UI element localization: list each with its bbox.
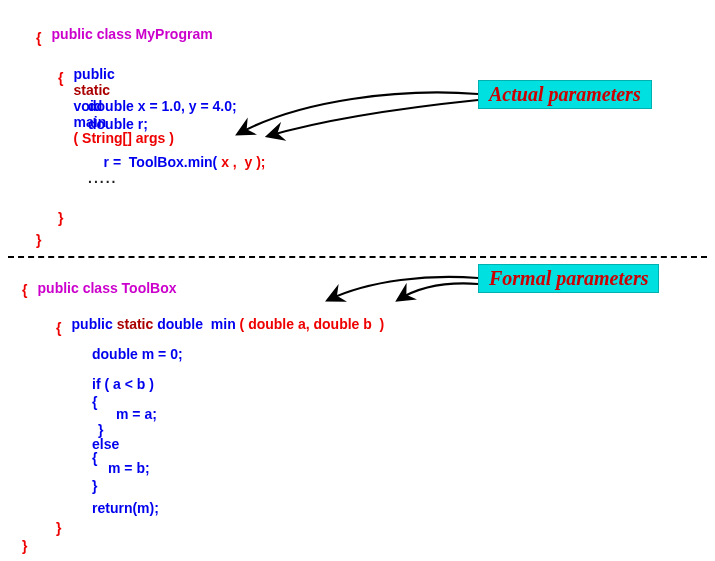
brace-close-outer-bot: } [22,538,27,554]
brace-open-main: { [58,70,63,86]
call-name: ToolBox.min( [129,154,217,170]
class-decl-text-2: public class ToolBox [38,280,177,296]
brace-if-o: { [92,394,97,410]
callout-actual-parameters: Actual parameters [478,80,652,109]
brace-el-c: } [92,478,97,494]
arrow-actual-to-y [268,100,478,136]
arrow-actual-to-x [238,93,478,134]
brace-open-outer-bot: { [22,282,27,298]
ellipsis: ..... [88,170,117,186]
min-params: ( double a, double b ) [240,316,385,332]
kw-min: min [211,316,236,332]
kw-double: double [157,316,203,332]
kw-static: static [74,82,111,98]
brace-close-outer-top: } [36,232,41,248]
callout-formal-parameters: Formal parameters [478,264,659,293]
min-signature: public static double min ( double a, dou… [56,300,384,348]
brace-open-min: { [56,320,61,336]
brace-open-outer-top: { [36,30,41,46]
arrow-formal-to-a [328,277,478,300]
call-lhs: r = [104,154,129,170]
kw-public: public [74,66,115,82]
brace-el-o: { [92,450,97,466]
stmt-if: if ( a < b ) [92,376,154,392]
brace-close-min: } [56,520,61,536]
arrow-formal-to-b [398,284,478,300]
class-decl-text: public class MyProgram [52,26,213,42]
brace-close-main: } [58,210,63,226]
stmt-return: return(m); [92,500,159,516]
stmt-decl-xy: double x = 1.0, y = 4.0; [88,98,237,114]
stmt-m-a: m = a; [116,406,157,422]
stmt-m-b: m = b; [108,460,150,476]
kw-public-2: public [72,316,113,332]
stmt-decl-m: double m = 0; [92,346,183,362]
diagram-root: public class MyProgram { public static v… [0,0,715,561]
kw-static-2: static [117,316,154,332]
call-args: x , y ); [217,154,265,170]
stmt-decl-r: double r; [88,116,148,132]
class-divider [8,256,707,258]
